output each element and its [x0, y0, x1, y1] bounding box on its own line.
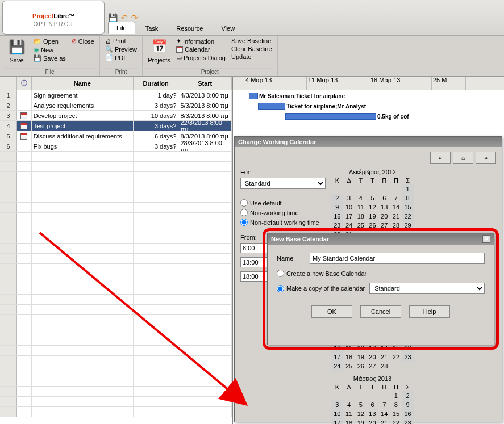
calendar-day[interactable]: 9 [402, 400, 414, 409]
task-name-cell[interactable]: Develop project [32, 111, 134, 120]
start-cell[interactable]: 4/3/2013 8:00 πμ [178, 90, 232, 100]
calendar-button[interactable]: Calendar [174, 45, 227, 53]
table-row[interactable]: 5Discuss additional requirements6 days?8… [0, 131, 232, 141]
calendar-day[interactable]: 18 [355, 212, 366, 221]
table-row-empty[interactable] [0, 397, 232, 407]
saveas-button[interactable]: 💾Save as [32, 54, 68, 62]
radio-non-default[interactable]: Non-default working time [240, 219, 326, 226]
nbc-close-icon[interactable]: ✕ [482, 235, 490, 243]
duration-cell[interactable]: 3 days? [134, 121, 179, 131]
col-duration[interactable]: Duration [134, 77, 179, 90]
calendar-day[interactable]: 7 [378, 400, 390, 409]
table-row-empty[interactable] [0, 284, 232, 295]
table-row-empty[interactable] [0, 203, 232, 213]
calendar-day[interactable]: 2 [402, 391, 414, 400]
table-row-empty[interactable] [0, 213, 232, 223]
calendar-day[interactable]: 22 [402, 212, 414, 221]
projects-dialog-button[interactable]: ▭Projects Dialog [174, 53, 227, 62]
calendar-day[interactable]: 27 [366, 362, 378, 371]
table-row-empty[interactable] [0, 223, 232, 233]
radio-use-default[interactable]: Use default [240, 199, 326, 207]
calendar-day[interactable]: 7 [390, 194, 402, 203]
tab-task[interactable]: Task [138, 23, 166, 34]
information-button[interactable]: ✦Information [174, 37, 227, 45]
calendar-day[interactable]: 22 [390, 418, 402, 424]
table-row-empty[interactable] [0, 407, 232, 417]
calendar-day[interactable]: 12 [366, 203, 378, 212]
calendar-day[interactable]: 24 [343, 221, 355, 230]
calendar-day[interactable]: 6 [378, 194, 390, 203]
update-button[interactable]: Update [230, 53, 274, 61]
calendar-day[interactable]: 15 [402, 203, 414, 212]
table-row-empty[interactable] [0, 254, 232, 264]
table-row[interactable]: 2Analyse requirements3 days?5/3/2013 8:0… [0, 100, 232, 111]
calendar-day[interactable]: 20 [378, 212, 390, 221]
calendar-day[interactable]: 27 [378, 221, 390, 230]
calendar-day[interactable]: 28 [390, 221, 402, 230]
nbc-name-input[interactable] [310, 253, 485, 264]
calendar-day[interactable]: 21 [378, 352, 390, 362]
calendar-day[interactable]: 3 [343, 194, 355, 203]
calendar-day[interactable]: 16 [331, 212, 343, 221]
table-row-empty[interactable] [0, 162, 232, 172]
table-row-empty[interactable] [0, 182, 232, 192]
calendar-day[interactable]: 10 [343, 203, 355, 212]
nav-next-button[interactable]: » [476, 152, 496, 164]
calendar-day[interactable]: 26 [355, 362, 366, 371]
table-row-empty[interactable] [0, 305, 232, 315]
calendar-day[interactable]: 23 [331, 221, 343, 230]
preview-button[interactable]: 🔍Preview [103, 45, 139, 53]
duration-cell[interactable]: 3 days? [134, 100, 179, 110]
calendar-day[interactable]: 22 [390, 352, 402, 362]
calendar-day[interactable]: 9 [331, 203, 343, 212]
calendar-day[interactable]: 17 [331, 352, 343, 362]
calendar-day[interactable]: 4 [343, 400, 355, 409]
nbc-radio-create[interactable]: Create a new Base Calendar [277, 270, 485, 277]
projects-button[interactable]: 📅 Projects [146, 37, 172, 64]
calendar-day[interactable]: 17 [343, 212, 355, 221]
task-name-cell[interactable]: Fix bugs [32, 141, 134, 151]
print-button[interactable]: 🖨Print [103, 37, 139, 45]
duration-cell[interactable]: 10 days? [134, 111, 179, 120]
calendar-day[interactable]: 16 [402, 409, 414, 418]
table-row-empty[interactable] [0, 172, 232, 182]
table-row-empty[interactable] [0, 366, 232, 376]
calendar-day[interactable]: 29 [402, 221, 414, 230]
tab-file[interactable]: File [108, 22, 135, 34]
calendar-day[interactable]: 1 [402, 184, 414, 194]
calendar-day[interactable]: 24 [331, 362, 343, 371]
table-row[interactable]: 1Sign agreement1 day?4/3/2013 8:00 πμ [0, 90, 232, 100]
new-button[interactable]: ◉New [32, 45, 68, 54]
calendar-day[interactable]: 20 [366, 418, 378, 424]
radio-non-working[interactable]: Non-working time [240, 209, 326, 216]
calendar-day[interactable]: 4 [355, 194, 366, 203]
save-baseline-button[interactable]: Save Baseline [230, 37, 274, 45]
calendar-day[interactable]: 5 [355, 400, 366, 409]
task-name-cell[interactable]: Test project [32, 121, 134, 131]
table-row-empty[interactable] [0, 315, 232, 325]
table-row-empty[interactable] [0, 325, 232, 335]
table-row-empty[interactable] [0, 152, 232, 162]
nav-home-button[interactable]: ⌂ [453, 152, 473, 164]
task-name-cell[interactable]: Discuss additional requirements [32, 131, 134, 141]
table-row-empty[interactable] [0, 387, 232, 397]
calendar-day[interactable]: 23 [402, 352, 414, 362]
col-name[interactable]: Name [32, 77, 134, 90]
table-row-empty[interactable] [0, 335, 232, 346]
calendar-day[interactable]: 6 [366, 400, 378, 409]
calendar-day[interactable]: 28 [378, 362, 390, 371]
calendar-day[interactable]: 11 [343, 409, 355, 418]
calendar-day[interactable]: 8 [390, 400, 402, 409]
calendar-day[interactable]: 18 [343, 352, 355, 362]
calendar-day[interactable]: 1 [390, 391, 402, 400]
calendar-day[interactable]: 26 [366, 221, 378, 230]
table-row-empty[interactable] [0, 376, 232, 387]
duration-cell[interactable]: 6 days? [134, 131, 179, 141]
calendar-day[interactable]: 20 [366, 352, 378, 362]
clear-baseline-button[interactable]: Clear Baseline [230, 45, 274, 53]
calendar-day[interactable]: 8 [402, 194, 414, 203]
calendar-day[interactable]: 25 [355, 221, 366, 230]
calendar-day[interactable]: 18 [343, 418, 355, 424]
table-row-empty[interactable] [0, 274, 232, 284]
redo-icon[interactable]: ↷ [131, 13, 138, 22]
